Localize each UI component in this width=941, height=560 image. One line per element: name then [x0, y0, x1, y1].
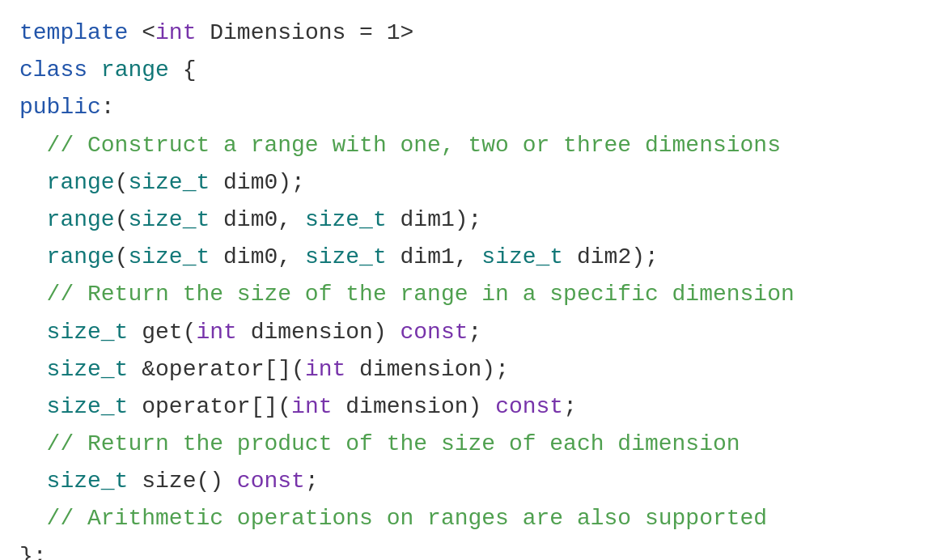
code-token [19, 388, 47, 426]
code-token: Dimensions = 1> [196, 15, 413, 52]
code-token: size_t [47, 351, 129, 388]
code-token: size_t [128, 164, 210, 202]
code-token: size_t [128, 239, 210, 276]
code-line: // Arithmetic operations on ranges are a… [19, 500, 922, 537]
code-line: range(size_t dim0); [19, 164, 922, 202]
code-line: // Construct a range with one, two or th… [19, 127, 922, 164]
code-token: const [237, 463, 305, 500]
code-token: dim0); [210, 164, 305, 202]
code-token: dimension); [345, 351, 509, 388]
code-token: ; [305, 463, 319, 500]
code-line: // Return the size of the range in a spe… [19, 276, 922, 313]
code-token: range [101, 52, 169, 89]
code-line: size_t get(int dimension) const; [19, 314, 922, 351]
code-line: size_t operator[](int dimension) const; [19, 388, 922, 426]
code-token [19, 164, 47, 202]
code-line: template <int Dimensions = 1> [19, 15, 922, 52]
code-token: size_t [305, 202, 387, 239]
code-line: range(size_t dim0, size_t dim1, size_t d… [19, 239, 922, 276]
code-token [87, 52, 101, 89]
code-token: { [169, 52, 197, 89]
code-token: ( [115, 202, 129, 239]
code-token: range [47, 239, 115, 276]
code-token [19, 426, 47, 463]
code-token: ( [115, 239, 129, 276]
code-line: public: [19, 89, 922, 126]
code-token: dim0, [210, 202, 305, 239]
code-token: size_t [305, 239, 387, 276]
code-token: const [401, 314, 468, 351]
code-token: range [47, 202, 115, 239]
code-token: dimension) [237, 314, 401, 351]
code-token: // Return the size of the range in a spe… [47, 276, 795, 313]
code-line: }; [19, 538, 922, 560]
code-token: dim0, [210, 239, 305, 276]
code-token [19, 202, 47, 239]
code-token: }; [19, 538, 47, 560]
code-token: // Construct a range with one, two or th… [47, 127, 781, 164]
code-token: template [19, 15, 128, 52]
code-token: dim1, [387, 239, 482, 276]
code-line: range(size_t dim0, size_t dim1); [19, 202, 922, 239]
code-line: class range { [19, 52, 922, 89]
code-token [19, 239, 47, 276]
code-token: class [19, 52, 87, 89]
code-token: size_t [128, 202, 210, 239]
code-line: size_t size() const; [19, 463, 922, 500]
code-token: operator[]( [128, 388, 291, 426]
code-token: // Return the product of the size of eac… [47, 426, 740, 463]
code-token: < [128, 15, 155, 52]
code-token: size() [128, 463, 236, 500]
code-token: &operator[]( [128, 351, 304, 388]
code-block: template <int Dimensions = 1>class range… [0, 0, 941, 560]
code-token: ; [563, 388, 577, 426]
code-token: dim1); [387, 202, 482, 239]
code-token: public [19, 89, 101, 126]
code-token: size_t [481, 239, 563, 276]
code-token [19, 314, 47, 351]
code-token: range [47, 164, 115, 202]
code-token: int [305, 351, 345, 388]
code-token: ; [468, 314, 482, 351]
code-token: // Arithmetic operations on ranges are a… [47, 500, 768, 537]
code-token [19, 500, 47, 537]
code-token: int [291, 388, 332, 426]
code-line: size_t &operator[](int dimension); [19, 351, 922, 388]
code-token [19, 351, 47, 388]
code-token: dim2); [563, 239, 659, 276]
code-token: size_t [47, 388, 129, 426]
code-token: ( [115, 164, 129, 202]
code-token: get( [128, 314, 196, 351]
code-token: const [495, 388, 563, 426]
code-token: int [196, 314, 236, 351]
code-token: size_t [47, 463, 129, 500]
code-token [19, 463, 47, 500]
code-token [19, 127, 47, 164]
code-token: : [101, 89, 115, 126]
code-token: size_t [47, 314, 129, 351]
code-token [19, 276, 47, 313]
code-line: // Return the product of the size of eac… [19, 426, 922, 463]
code-token: dimension) [333, 388, 496, 426]
code-token: int [155, 15, 196, 52]
